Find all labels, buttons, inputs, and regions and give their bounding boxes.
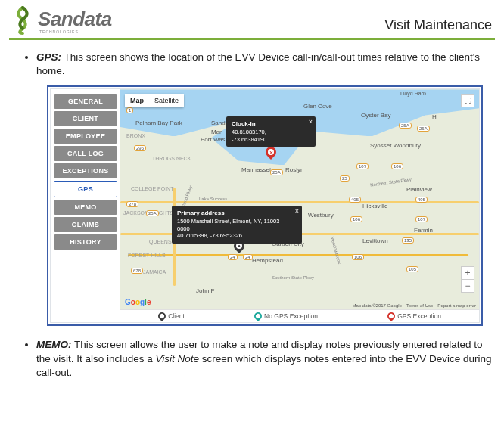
city-label: Glen Cove: [303, 103, 332, 110]
city-label: Plainview: [406, 186, 432, 193]
route-shield: 495: [415, 197, 428, 203]
city-label: Hicksville: [362, 203, 387, 209]
city-label: Farmin: [414, 227, 433, 234]
city-label: Hempstead: [252, 257, 283, 264]
route-shield: 295: [134, 145, 146, 151]
map-data-text: Map data ©2017 Google: [353, 303, 402, 308]
google-logo: Google: [125, 298, 151, 306]
city-label: Syosset Woodbury: [370, 142, 421, 149]
bullet-gps-text: This screen shows the location of the EV…: [36, 51, 480, 76]
visit-note-term: Visit Note: [156, 353, 200, 365]
route-shield: 495: [349, 197, 361, 203]
map-type-satellite[interactable]: Satellite: [149, 94, 184, 107]
tab-history[interactable]: HISTORY: [54, 234, 117, 250]
gps-screenshot: GENERALCLIENTEMPLOYEECALL LOGEXCEPTIONSG…: [50, 88, 480, 323]
close-icon[interactable]: ×: [309, 118, 313, 127]
route-shield: 678: [131, 268, 143, 274]
route-shield: 106: [352, 254, 364, 260]
popup-coords: 40.7115398, -73.6952326: [177, 232, 287, 240]
zoom-out-button[interactable]: −: [462, 280, 474, 292]
city-label: H: [432, 113, 437, 120]
city-label: FOREST HILLS: [128, 253, 166, 258]
route-shield: 25: [340, 175, 350, 182]
city-label: Manhasset: [241, 166, 271, 173]
tab-general[interactable]: GENERAL: [54, 94, 117, 109]
terms-link[interactable]: Terms of Use: [406, 303, 433, 308]
bullet-memo-label: MEMO:: [36, 339, 72, 350]
route-shield: 25A: [399, 123, 412, 129]
city-label: Southern State Pkwy: [272, 275, 314, 280]
city-label: JAMAICA: [143, 269, 166, 275]
popup-title: Clock-In: [232, 120, 300, 128]
city-label: Sand: [211, 119, 226, 126]
tab-employee[interactable]: EMPLOYEE: [54, 129, 117, 144]
route-shield: 278: [126, 201, 138, 207]
tab-client[interactable]: CLIENT: [54, 111, 117, 126]
route-shield: 1: [126, 107, 133, 113]
header-rule: [9, 38, 495, 40]
city-label: Oyster Bay: [361, 112, 391, 119]
route-shield: 24: [243, 254, 253, 260]
city-label: Lake Success: [199, 197, 227, 201]
zoom-control: + −: [461, 266, 474, 293]
city-label: Roslyn: [285, 166, 303, 173]
report-link[interactable]: Report a map error: [437, 303, 476, 308]
nogps-pin-icon: [253, 311, 263, 321]
bullet-gps: GPS: This screen shows the location of t…: [36, 51, 504, 78]
legend-nogps: No GPS Exception: [254, 312, 318, 320]
brand-logo: Sandata TECHNOLOGIES: [12, 6, 112, 35]
popup-title: Primary address: [177, 209, 287, 217]
popup-coords: 40.81083170, -73.66384190: [232, 129, 300, 144]
route-shield: 25A: [146, 210, 159, 216]
city-label: Northern State Pkwy: [370, 178, 412, 188]
map-canvas[interactable]: Pelham Bay Park BRONX THROGS NECK Port W…: [120, 89, 479, 309]
city-label: Meadowbrook: [330, 236, 342, 265]
page-title: Visit Maintenance: [384, 17, 492, 35]
city-label: Lloyd Harb: [400, 91, 426, 96]
city-label: Man: [211, 129, 223, 135]
city-label: COLLEGE POINT: [131, 186, 173, 191]
primary-popup: × Primary address 1500 Marshall Street, …: [172, 206, 302, 244]
route-shield: 105: [406, 266, 418, 272]
route-shield: 25A: [417, 126, 430, 132]
city-label: John F: [196, 287, 214, 294]
route-shield: 135: [402, 237, 414, 244]
city-label: THROGS NECK: [152, 156, 191, 161]
client-pin-icon: [157, 311, 167, 321]
city-label: Westbury: [308, 212, 334, 219]
gpsexc-pin-icon: [386, 311, 397, 321]
city-label: Levittown: [362, 237, 388, 244]
map-attribution: Map data ©2017 Google Terms of Use Repor…: [353, 303, 477, 308]
city-label: Pelham Bay Park: [135, 119, 182, 126]
legend-client: Client: [158, 312, 185, 320]
clockin-popup: × Clock-In 40.81083170, -73.66384190: [226, 116, 316, 147]
route-shield: 106: [391, 163, 403, 169]
map-type-map[interactable]: Map: [125, 94, 149, 107]
popup-address: 1500 Marshall Street, Elmont, NY, 11003-…: [177, 218, 287, 233]
bullet-gps-label: GPS:: [36, 51, 61, 63]
map-type-control: Map Satellite: [125, 94, 184, 107]
route-shield: 107: [356, 163, 369, 169]
tab-claims[interactable]: CLAIMS: [54, 217, 117, 232]
tab-call-log[interactable]: CALL LOG: [54, 146, 117, 161]
sandata-logo-icon: [12, 6, 33, 35]
city-label: BRONX: [126, 133, 145, 138]
city-label: QUEENS: [149, 239, 172, 244]
zoom-in-button[interactable]: +: [462, 267, 474, 280]
screenshot-frame: GENERALCLIENTEMPLOYEECALL LOGEXCEPTIONSG…: [47, 85, 483, 326]
legend-gpsexc: GPS Exception: [387, 312, 441, 320]
tab-exceptions[interactable]: EXCEPTIONS: [54, 163, 117, 178]
route-shield: 25A: [270, 169, 283, 175]
route-shield: 106: [350, 216, 362, 222]
map-legend: Client No GPS Exception GPS Exception: [120, 309, 479, 322]
fullscreen-button[interactable]: ⛶: [461, 94, 474, 107]
close-icon[interactable]: ×: [295, 207, 299, 216]
brand-name: Sandata: [38, 8, 112, 30]
route-shield: 24: [228, 254, 238, 260]
side-tabs: GENERALCLIENTEMPLOYEECALL LOGEXCEPTIONSG…: [51, 89, 120, 322]
bullet-memo: MEMO: This screen allows the user to mak…: [36, 338, 504, 380]
route-shield: 107: [415, 216, 428, 222]
tab-gps[interactable]: GPS: [54, 181, 117, 197]
map-area: Pelham Bay Park BRONX THROGS NECK Port W…: [120, 89, 479, 322]
tab-memo[interactable]: MEMO: [54, 200, 117, 215]
